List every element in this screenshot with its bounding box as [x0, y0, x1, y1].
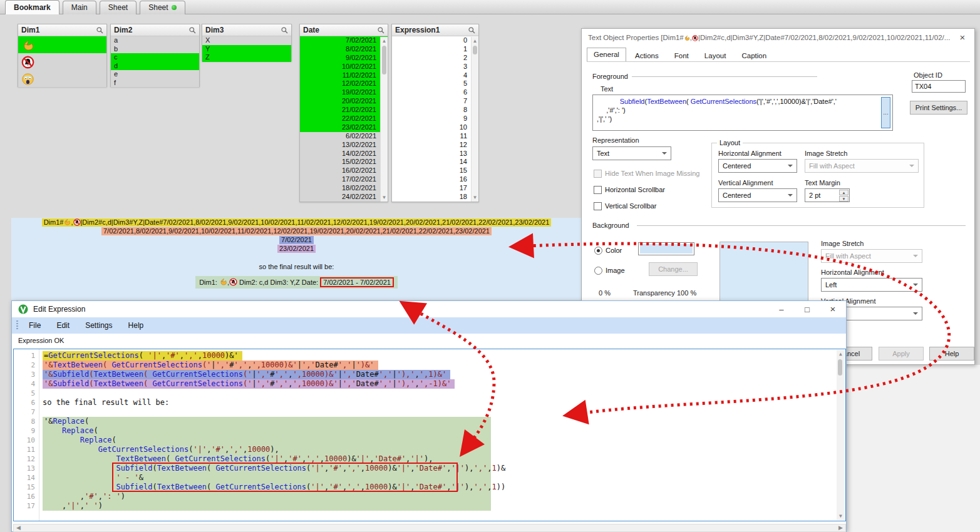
- close-icon[interactable]: ×: [821, 302, 845, 317]
- list-item[interactable]: f: [111, 79, 199, 88]
- horizontal-alignment-dropdown[interactable]: Centered: [718, 159, 797, 173]
- text-expression-box[interactable]: Subfield(TextBetween( GetCurrentSelectio…: [592, 95, 893, 131]
- text-margin-spinner[interactable]: 2 pt ▲▼: [805, 188, 850, 202]
- image-radio[interactable]: Image: [594, 267, 625, 275]
- vertical-scrollbar-checkbox[interactable]: Vertical Scrollbar: [594, 202, 657, 210]
- scroll-down-icon[interactable]: ▼: [837, 513, 844, 519]
- dim1-item-scream-face[interactable]: [18, 70, 106, 87]
- list-item[interactable]: Z: [202, 53, 291, 62]
- bg-image-stretch-dropdown[interactable]: Fill with Aspect: [821, 249, 922, 263]
- spin-down-icon[interactable]: ▼: [839, 196, 848, 202]
- text-object[interactable]: Dim1#,|Dim2#c,d|Dim3#Y,Z|Date#7/02/2021,…: [11, 218, 582, 300]
- list-item[interactable]: 13: [392, 150, 478, 158]
- list-item[interactable]: 18/02/2021: [300, 184, 388, 193]
- list-item[interactable]: 9/02/2021: [300, 54, 388, 63]
- list-item[interactable]: 10: [392, 123, 478, 132]
- horizontal-scrollbar-checkbox[interactable]: Horizontal Scrollbar: [594, 186, 665, 194]
- list-item[interactable]: 2: [392, 54, 478, 63]
- list-item[interactable]: 21/02/2021: [300, 106, 388, 115]
- tab-sheet[interactable]: Sheet: [100, 1, 137, 14]
- editor-horizontal-scrollbar[interactable]: ◀ ▶: [13, 524, 846, 532]
- tab-main[interactable]: Main: [63, 1, 96, 14]
- list-item[interactable]: X: [202, 36, 291, 45]
- tab-general[interactable]: General: [587, 48, 626, 62]
- scrollbar-thumb[interactable]: [382, 46, 386, 74]
- minimize-icon[interactable]: –: [770, 302, 793, 317]
- list-item[interactable]: 6/02/2021: [300, 132, 388, 141]
- list-item[interactable]: 13/02/2021: [300, 141, 388, 150]
- scroll-down-icon[interactable]: ▼: [472, 194, 478, 201]
- search-icon[interactable]: [96, 26, 104, 34]
- list-item[interactable]: 19/02/2021: [300, 88, 388, 97]
- list-item[interactable]: 8/02/2021: [300, 45, 388, 54]
- scroll-right-icon[interactable]: ▶: [837, 524, 845, 531]
- search-icon[interactable]: [281, 26, 289, 34]
- list-item[interactable]: e: [111, 70, 199, 79]
- list-item[interactable]: c: [111, 53, 199, 62]
- list-item[interactable]: 11: [392, 132, 478, 141]
- expression1-scrollbar[interactable]: ▲ ▼: [471, 37, 478, 202]
- print-settings-button[interactable]: Print Settings...: [910, 101, 967, 115]
- list-item[interactable]: Y: [202, 45, 291, 54]
- list-item[interactable]: 4: [392, 71, 478, 80]
- scrollbar-thumb[interactable]: [838, 359, 842, 376]
- tab-bookmark[interactable]: Bookmark: [5, 0, 59, 14]
- list-item[interactable]: 14: [392, 158, 478, 166]
- vertical-alignment-dropdown[interactable]: Centered: [718, 188, 797, 202]
- list-item[interactable]: 15: [392, 166, 478, 175]
- list-item[interactable]: 24/02/2021: [300, 193, 388, 202]
- maximize-icon[interactable]: □: [795, 302, 819, 317]
- scroll-up-icon[interactable]: ▲: [837, 350, 844, 357]
- expression-code-editor[interactable]: 1234567891011121314151617 =GetCurrentSel…: [13, 349, 846, 521]
- tab-font[interactable]: Font: [668, 49, 696, 62]
- menu-help[interactable]: Help: [121, 317, 151, 334]
- list-item[interactable]: 8: [392, 106, 478, 115]
- change-image-button[interactable]: Change...: [649, 262, 698, 276]
- list-item[interactable]: 7/02/2021: [300, 36, 388, 45]
- list-item[interactable]: 14/02/2021: [300, 150, 388, 158]
- dim1-item-pointing-hand[interactable]: [18, 36, 106, 53]
- list-item[interactable]: 15/02/2021: [300, 158, 388, 166]
- editor-vertical-scrollbar[interactable]: ▲ ▼: [837, 350, 845, 520]
- scrollbar-thumb[interactable]: [473, 46, 477, 54]
- color-radio[interactable]: Color: [594, 247, 622, 255]
- list-item[interactable]: 10/02/2021: [300, 63, 388, 71]
- list-item[interactable]: 11/02/2021: [300, 71, 388, 80]
- image-stretch-dropdown[interactable]: Fill with Aspect: [805, 159, 919, 173]
- tab-actions[interactable]: Actions: [628, 49, 666, 62]
- list-item[interactable]: d: [111, 62, 199, 71]
- list-item[interactable]: 5: [392, 79, 478, 88]
- object-id-input[interactable]: TX04: [912, 80, 966, 93]
- list-item[interactable]: 20/02/2021: [300, 97, 388, 106]
- menu-file[interactable]: File: [22, 317, 48, 334]
- date-scrollbar[interactable]: ▲ ▼: [380, 37, 388, 202]
- list-item[interactable]: 6: [392, 88, 478, 97]
- list-item[interactable]: b: [111, 45, 199, 54]
- search-icon[interactable]: [188, 26, 197, 34]
- search-icon[interactable]: [468, 26, 476, 34]
- help-button[interactable]: Help: [929, 347, 974, 361]
- apply-button[interactable]: Apply: [879, 347, 924, 361]
- list-item[interactable]: 3: [392, 63, 478, 71]
- tab-sheet-2[interactable]: Sheet: [140, 1, 185, 14]
- spin-up-icon[interactable]: ▲: [839, 190, 848, 195]
- hide-text-checkbox[interactable]: Hide Text When Image Missing: [594, 170, 699, 178]
- search-icon[interactable]: [377, 26, 385, 34]
- representation-dropdown[interactable]: Text: [592, 146, 671, 160]
- dim1-item-no-bell[interactable]: [18, 53, 106, 70]
- list-item[interactable]: 18: [392, 193, 478, 202]
- tab-caption[interactable]: Caption: [735, 49, 773, 62]
- list-item[interactable]: 1: [392, 45, 478, 54]
- background-color-swatch[interactable]: [638, 242, 694, 255]
- bg-horizontal-alignment-dropdown[interactable]: Left: [821, 278, 922, 292]
- list-item[interactable]: a: [111, 36, 199, 45]
- scroll-left-icon[interactable]: ◀: [14, 524, 23, 531]
- list-item[interactable]: 22/02/2021: [300, 115, 388, 123]
- tab-layout[interactable]: Layout: [698, 49, 733, 62]
- scroll-up-icon[interactable]: ▲: [381, 38, 388, 44]
- list-item[interactable]: 7: [392, 97, 478, 106]
- scroll-down-icon[interactable]: ▼: [381, 194, 388, 201]
- scroll-up-icon[interactable]: ▲: [472, 38, 478, 44]
- list-item[interactable]: 23/02/2021: [300, 123, 388, 132]
- close-icon[interactable]: ×: [956, 29, 969, 46]
